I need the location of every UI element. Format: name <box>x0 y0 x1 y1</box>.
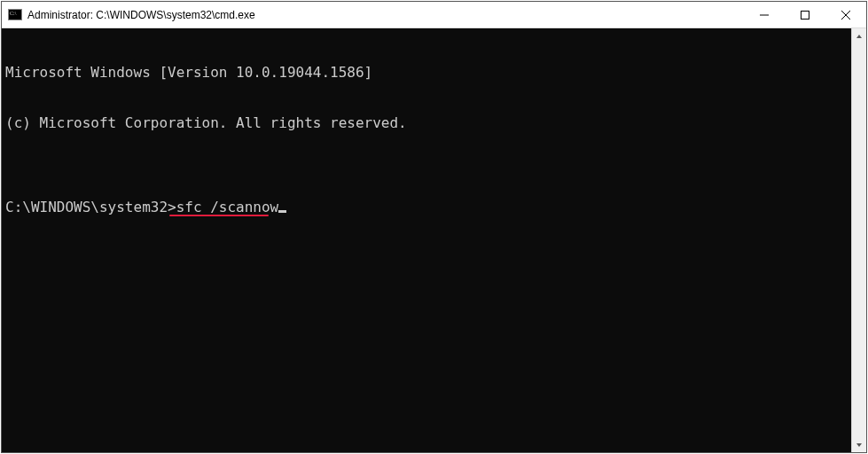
scroll-down-button[interactable] <box>852 437 866 452</box>
annotation-underline <box>169 215 269 216</box>
cmd-icon: C:\ <box>8 8 22 22</box>
minimize-button[interactable] <box>744 2 785 27</box>
version-line: Microsoft Windows [Version 10.0.19044.15… <box>5 64 848 81</box>
svg-rect-3 <box>802 11 809 19</box>
prompt-line: C:\WINDOWS\system32>sfc /scannow <box>5 199 848 215</box>
terminal-output[interactable]: Microsoft Windows [Version 10.0.19044.15… <box>2 28 851 452</box>
maximize-button[interactable] <box>785 2 825 27</box>
client-area: Microsoft Windows [Version 10.0.19044.15… <box>2 28 866 452</box>
window-title: Administrator: C:\WINDOWS\system32\cmd.e… <box>27 9 744 21</box>
svg-text:C:\: C:\ <box>10 11 17 16</box>
window-controls <box>744 2 866 27</box>
close-button[interactable] <box>825 2 866 27</box>
prompt-text: C:\WINDOWS\system32> <box>5 199 176 215</box>
scroll-up-button[interactable] <box>852 28 866 43</box>
copyright-line: (c) Microsoft Corporation. All rights re… <box>5 114 848 131</box>
titlebar[interactable]: C:\ Administrator: C:\WINDOWS\system32\c… <box>2 2 866 28</box>
command-text: sfc /scannow <box>176 199 279 215</box>
svg-marker-6 <box>856 35 862 38</box>
cmd-window: C:\ Administrator: C:\WINDOWS\system32\c… <box>1 1 867 453</box>
text-cursor <box>278 210 286 213</box>
scroll-track[interactable] <box>852 43 866 437</box>
svg-marker-7 <box>856 443 862 447</box>
vertical-scrollbar[interactable] <box>851 28 866 452</box>
